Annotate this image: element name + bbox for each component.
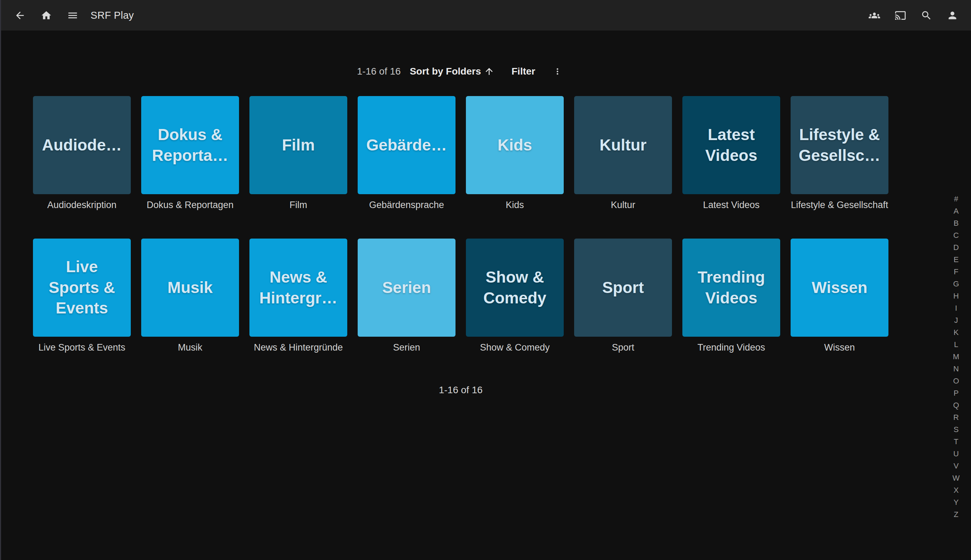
alpha-letter-o[interactable]: O (950, 375, 962, 387)
tile-label: Sport (602, 277, 644, 298)
tile-caption[interactable]: Lifestyle & Gesellschaft (791, 200, 888, 212)
alpha-letter-c[interactable]: C (950, 229, 962, 241)
tile-label: Gebärde… (366, 135, 447, 156)
alpha-letter-d[interactable]: D (950, 241, 962, 253)
alpha-letter-i[interactable]: I (950, 302, 962, 314)
tile-label: Kids (497, 135, 532, 156)
alpha-letter-s[interactable]: S (950, 423, 962, 435)
library-tile[interactable]: Dokus & Reporta… (141, 96, 239, 194)
alpha-letter-u[interactable]: U (950, 448, 962, 460)
library-tile[interactable]: Musik (141, 238, 239, 337)
alpha-letter-l[interactable]: L (950, 338, 962, 350)
library-grid-cell: News & Hintergr… News & Hintergründe (249, 238, 347, 354)
library-tile[interactable]: Serien (358, 238, 455, 337)
library-tile[interactable]: Kids (466, 96, 564, 194)
more-options-button[interactable] (551, 65, 564, 78)
tile-caption[interactable]: Sport (574, 342, 672, 354)
library-grid-cell: Latest Videos Latest Videos (682, 96, 780, 212)
alpha-letter-b[interactable]: B (950, 217, 962, 229)
syncplay-button[interactable] (866, 7, 883, 23)
library-page: 1-16 of 16 Sort by Folders Filter Audiod… (33, 30, 888, 396)
tile-caption[interactable]: Audiodeskription (33, 200, 131, 212)
library-tile[interactable]: Film (249, 96, 347, 194)
library-grid: Audiode… Audiodeskription Dokus & Report… (33, 96, 888, 354)
filter-button[interactable]: Filter (512, 66, 535, 77)
alpha-letter-m[interactable]: M (950, 350, 962, 363)
page-title: SRF Play (90, 10, 134, 21)
tile-caption[interactable]: Serien (358, 342, 455, 354)
library-tile[interactable]: Wissen (791, 238, 888, 337)
library-grid-cell: Film Film (249, 96, 347, 212)
alpha-letter-v[interactable]: V (950, 460, 962, 472)
alpha-letter-x[interactable]: X (950, 484, 962, 496)
person-icon (947, 10, 958, 21)
tile-caption[interactable]: Show & Comedy (466, 342, 564, 354)
library-tile[interactable]: Sport (574, 238, 672, 337)
cast-button[interactable] (892, 7, 909, 23)
library-grid-cell: Lifestyle & Gesellsc… Lifestyle & Gesell… (791, 96, 888, 212)
tile-label: Live Sports & Events (48, 257, 115, 319)
library-grid-cell: Sport Sport (574, 238, 672, 354)
alpha-letter-z[interactable]: Z (950, 508, 962, 520)
alpha-letter-hash[interactable]: # (950, 193, 962, 205)
library-tile[interactable]: Gebärde… (358, 96, 455, 194)
alpha-letter-k[interactable]: K (950, 326, 962, 338)
user-button[interactable] (944, 7, 961, 23)
tile-caption[interactable]: Latest Videos (682, 200, 780, 212)
tile-caption[interactable]: Kultur (574, 200, 672, 212)
footer-paging: 1-16 of 16 (33, 385, 888, 396)
tile-caption[interactable]: Trending Videos (682, 342, 780, 354)
back-button[interactable] (12, 7, 28, 23)
library-tile[interactable]: Trending Videos (682, 238, 780, 337)
alpha-letter-j[interactable]: J (950, 314, 962, 326)
tile-caption[interactable]: Live Sports & Events (33, 342, 131, 354)
app-header: SRF Play (0, 0, 971, 30)
library-tile[interactable]: Show & Comedy (466, 238, 564, 337)
library-tile[interactable]: Kultur (574, 96, 672, 194)
arrow-up-icon (484, 66, 494, 77)
alpha-letter-r[interactable]: R (950, 411, 962, 423)
alpha-letter-p[interactable]: P (950, 387, 962, 399)
alpha-letter-a[interactable]: A (950, 205, 962, 217)
alpha-letter-q[interactable]: Q (950, 399, 962, 411)
alpha-letter-n[interactable]: N (950, 363, 962, 375)
search-button[interactable] (918, 7, 934, 23)
people-group-icon (869, 10, 880, 21)
tile-caption[interactable]: Gebärdensprache (358, 200, 455, 212)
tile-label: Trending Videos (697, 267, 765, 308)
alpha-letter-h[interactable]: H (950, 290, 962, 302)
items-count: 1-16 of 16 (357, 66, 401, 77)
library-tile[interactable]: Latest Videos (682, 96, 780, 194)
tile-caption[interactable]: Wissen (791, 342, 888, 354)
library-grid-cell: Musik Musik (141, 238, 239, 354)
sort-button[interactable]: Sort by Folders (410, 66, 494, 77)
tile-label: Kultur (599, 135, 646, 156)
library-tile[interactable]: Lifestyle & Gesellsc… (791, 96, 888, 194)
library-tile[interactable]: Audiode… (33, 96, 131, 194)
alpha-letter-e[interactable]: E (950, 253, 962, 266)
tile-label: Wissen (812, 277, 868, 298)
tile-caption[interactable]: Musik (141, 342, 239, 354)
alpha-picker: #ABCDEFGHIJKLMNOPQRSTUVWXYZ (950, 193, 962, 520)
tile-label: Audiode… (42, 135, 122, 156)
home-button[interactable] (38, 7, 55, 23)
tile-caption[interactable]: Film (249, 200, 347, 212)
tile-label: Dokus & Reporta… (152, 125, 228, 166)
kebab-menu-icon (552, 67, 562, 76)
cast-icon (895, 10, 906, 21)
library-tile[interactable]: Live Sports & Events (33, 238, 131, 337)
tile-caption[interactable]: Dokus & Reportagen (141, 200, 239, 212)
alpha-letter-t[interactable]: T (950, 435, 962, 448)
sort-button-label: Sort by Folders (410, 66, 481, 77)
alpha-letter-g[interactable]: G (950, 278, 962, 290)
alpha-letter-y[interactable]: Y (950, 496, 962, 508)
menu-button[interactable] (64, 7, 81, 23)
tile-caption[interactable]: News & Hintergründe (249, 342, 347, 354)
library-tile[interactable]: News & Hintergr… (249, 238, 347, 337)
library-grid-cell: Show & Comedy Show & Comedy (466, 238, 564, 354)
hamburger-menu-icon (67, 10, 78, 21)
tile-label: Lifestyle & Gesellsc… (799, 125, 880, 166)
alpha-letter-f[interactable]: F (950, 266, 962, 278)
alpha-letter-w[interactable]: W (950, 472, 962, 484)
tile-caption[interactable]: Kids (466, 200, 564, 212)
